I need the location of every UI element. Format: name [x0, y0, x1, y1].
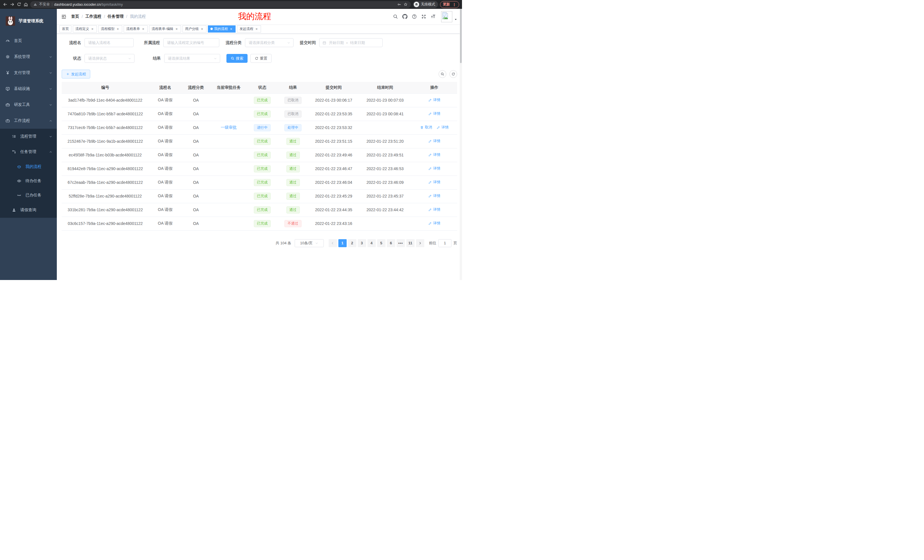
fullscreen-icon[interactable] — [421, 14, 426, 19]
reset-button[interactable]: 重置 — [250, 54, 272, 63]
tab-close-icon[interactable]: × — [175, 27, 178, 31]
page-button[interactable]: 5 — [377, 239, 386, 247]
sidebar-item[interactable]: 基础设施 — [0, 81, 57, 97]
detail-action-link[interactable]: 详情 — [428, 180, 440, 185]
app-logo[interactable]: 芋道管理系统 — [0, 9, 57, 33]
view-tab[interactable]: 用户分组× — [183, 25, 207, 33]
sidebar-item[interactable]: 我的流程 — [0, 160, 57, 174]
security-label[interactable]: 不安全 — [39, 2, 50, 7]
sidebar-item[interactable]: 工作流程 — [0, 113, 57, 129]
next-page-button[interactable] — [416, 239, 424, 247]
user-menu[interactable] — [441, 11, 458, 22]
status-label: 状态 — [62, 56, 81, 61]
breadcrumb-item[interactable]: 工作流程 — [86, 14, 101, 19]
breadcrumb-item[interactable]: 任务管理 — [108, 14, 124, 19]
page-button[interactable]: 4 — [368, 239, 376, 247]
page-button[interactable]: 3 — [358, 239, 366, 247]
sidebar-item[interactable]: 任务管理 — [0, 144, 57, 160]
view-tab[interactable]: 流程表单-编辑× — [149, 25, 181, 33]
sidebar-item[interactable]: 支付管理 — [0, 65, 57, 81]
view-tab[interactable]: 流程模型× — [98, 25, 122, 33]
breadcrumb-item[interactable]: 首页 — [71, 14, 79, 19]
detail-action-link[interactable]: 详情 — [428, 193, 440, 198]
cell-end-time: 2022-01-22 23:44:42 — [358, 203, 411, 217]
filter-category: 流程分类 请选择流程分类 — [226, 38, 294, 47]
view-tab[interactable]: 流程定义× — [73, 25, 97, 33]
detail-action-link[interactable]: 详情 — [428, 97, 440, 102]
cancel-action-link[interactable]: 取消 — [420, 125, 432, 130]
result-select[interactable]: 请选择流结果 — [164, 54, 220, 63]
refresh-table-button[interactable] — [449, 70, 457, 78]
tab-close-icon[interactable]: × — [90, 27, 94, 31]
prev-page-button[interactable] — [328, 239, 337, 247]
url-path[interactable]: /bpm/task/my — [101, 2, 123, 7]
detail-action-link[interactable]: 详情 — [428, 139, 440, 144]
url-host[interactable]: dashboard.yudao.iocoder.cn — [54, 2, 101, 7]
page-button[interactable]: 6 — [387, 239, 395, 247]
toggle-search-button[interactable] — [439, 70, 446, 78]
sidebar-item[interactable]: 系统管理 — [0, 49, 57, 65]
security-warning-icon[interactable] — [33, 3, 37, 6]
view-tab[interactable]: 流程表单× — [124, 25, 148, 33]
cell-category: OA — [182, 189, 210, 203]
process-name-input[interactable] — [84, 38, 134, 47]
category-select[interactable]: 请选择流程分类 — [245, 38, 294, 47]
reload-icon[interactable] — [16, 2, 21, 7]
avatar[interactable] — [441, 11, 452, 22]
search-icon[interactable] — [393, 14, 398, 19]
detail-action-link[interactable]: 详情 — [428, 153, 440, 157]
sidebar-item[interactable]: 待办任务 — [0, 174, 57, 188]
search-button[interactable]: 搜索 — [226, 54, 248, 63]
end-date-placeholder[interactable]: 结束日期 — [350, 40, 365, 45]
sidebar-item[interactable]: 流程管理 — [0, 129, 57, 144]
tab-close-icon[interactable]: × — [116, 27, 120, 31]
address-bar[interactable]: 不安全 dashboard.yudao.iocoder.cn/bpm/task/… — [30, 1, 411, 8]
detail-action-link[interactable]: 详情 — [428, 207, 440, 212]
create-process-button[interactable]: 发起流程 — [62, 70, 90, 78]
view-tab[interactable]: 发起流程× — [237, 25, 261, 33]
parent-process-input[interactable] — [164, 38, 219, 47]
detail-action-link[interactable]: 详情 — [428, 111, 440, 116]
forward-icon[interactable] — [10, 2, 15, 7]
tab-close-icon[interactable]: × — [200, 27, 204, 31]
cell-process-name: OA 请假 — [149, 93, 182, 107]
browser-menu-icon[interactable]: ⋮ — [452, 3, 456, 7]
detail-action-link[interactable]: 详情 — [428, 166, 440, 171]
github-icon[interactable] — [402, 14, 408, 19]
detail-action-link[interactable]: 详情 — [428, 221, 440, 226]
sidebar-collapse-icon[interactable] — [61, 14, 66, 19]
process-name-label: 流程名 — [62, 40, 81, 45]
tab-close-icon[interactable]: × — [141, 27, 145, 31]
view-tab[interactable]: 我的流程× — [208, 25, 236, 33]
scrollbar-thumb[interactable] — [460, 9, 462, 63]
page-ellipsis-button[interactable]: ••• — [397, 239, 405, 247]
goto-page-input[interactable] — [438, 239, 452, 247]
page-size-select[interactable]: 10条/页 — [295, 239, 324, 247]
help-icon[interactable] — [412, 14, 417, 19]
view-tab[interactable]: 首页 — [59, 25, 71, 33]
cell-end-time — [358, 121, 411, 135]
tab-close-icon[interactable]: × — [255, 27, 258, 31]
sidebar-item[interactable]: 首页 — [0, 33, 57, 49]
tab-close-icon[interactable]: × — [229, 27, 233, 31]
chevron-down-icon — [49, 55, 52, 58]
url-text[interactable]: dashboard.yudao.iocoder.cn/bpm/task/my — [54, 2, 123, 7]
status-select[interactable]: 请选择状态 — [84, 54, 135, 63]
back-icon[interactable] — [3, 2, 8, 7]
sidebar-item[interactable]: 已办任务 — [0, 188, 57, 202]
key-icon[interactable] — [397, 2, 402, 7]
page-button[interactable]: 11 — [406, 239, 415, 247]
date-range-picker[interactable]: 开始日期 - 结束日期 — [319, 38, 382, 47]
sidebar-item[interactable]: 请假查询 — [0, 202, 57, 218]
start-date-placeholder[interactable]: 开始日期 — [329, 40, 344, 45]
page-button[interactable]: 2 — [348, 239, 356, 247]
home-icon[interactable] — [23, 2, 28, 7]
detail-action-link[interactable]: 详情 — [436, 125, 448, 130]
update-button[interactable]: 更新 ⋮ — [440, 1, 459, 8]
bookmark-star-icon[interactable] — [404, 2, 408, 7]
page-scrollbar[interactable] — [460, 9, 462, 280]
current-task-link[interactable]: 一级审批 — [221, 125, 237, 130]
sidebar-item[interactable]: 研发工具 — [0, 97, 57, 113]
page-button[interactable]: 1 — [338, 239, 346, 247]
font-size-icon[interactable] — [430, 14, 436, 19]
